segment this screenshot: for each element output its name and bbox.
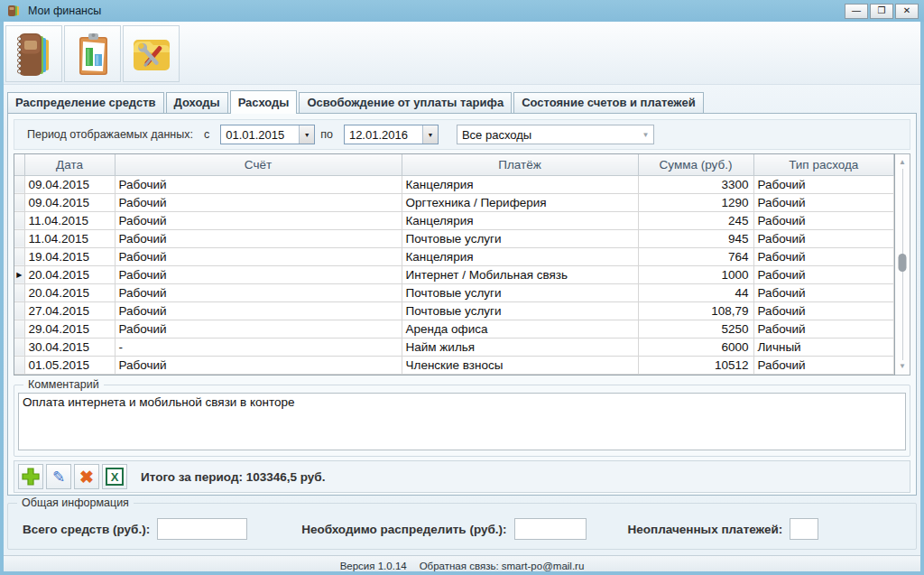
cell-account: Рабочий: [115, 229, 402, 247]
record-actions-bar: ✎ ✖ X Итого за период: 103346,5 руб.: [14, 460, 910, 493]
column-header-amount[interactable]: Сумма (руб.): [638, 154, 753, 175]
column-header-account[interactable]: Счёт: [115, 154, 402, 175]
cell-account: Рабочий: [115, 356, 402, 374]
table-row[interactable]: 09.04.2015 Рабочий Канцелярия 3300 Рабоч…: [14, 175, 894, 193]
table-row[interactable]: 29.04.2015 Рабочий Аренда офиса 5250 Раб…: [14, 320, 894, 338]
report-clipboard-icon: [70, 31, 116, 78]
row-selector-marker: [14, 356, 24, 374]
cell-payment: Канцелярия: [402, 175, 638, 193]
maximize-button[interactable]: ❐: [870, 4, 893, 19]
tab-dokhody[interactable]: Доходы: [166, 92, 228, 113]
table-row[interactable]: 11.04.2015 Рабочий Канцелярия 245 Рабочи…: [14, 211, 894, 229]
table-row[interactable]: 09.04.2015 Рабочий Оргтехника / Перифери…: [14, 193, 894, 211]
edit-record-button[interactable]: ✎: [46, 464, 71, 489]
cell-type: Рабочий: [753, 175, 894, 193]
column-header-payment[interactable]: Платёж: [402, 154, 638, 175]
table-row[interactable]: 19.04.2015 Рабочий Канцелярия 764 Рабочи…: [14, 247, 894, 265]
scrollbar-thumb[interactable]: [899, 254, 907, 272]
client-area: Распределение средств Доходы Расходы Осв…: [4, 22, 920, 571]
period-filter-panel: Период отображаемых данных: с 01.01.2015…: [14, 119, 910, 150]
close-button[interactable]: ✕: [895, 4, 919, 19]
app-logo-icon: [7, 5, 22, 17]
table-row[interactable]: 01.05.2015 Рабочий Членские взносы 10512…: [14, 356, 894, 374]
tab-raspredelenie-sredstv[interactable]: Распределение средств: [7, 92, 164, 113]
cell-payment: Почтовые услуги: [402, 229, 638, 247]
settings-button[interactable]: [123, 25, 180, 82]
cell-type: Рабочий: [753, 265, 894, 283]
excel-export-icon: X: [106, 468, 124, 486]
cell-amount: 3300: [638, 175, 753, 193]
general-info-label: Общая информация: [17, 496, 134, 509]
date-from-picker[interactable]: 01.01.2015 ▼: [220, 125, 315, 144]
to-distribute-input[interactable]: [514, 518, 587, 540]
row-selector-marker: [14, 283, 24, 301]
cell-type: Рабочий: [753, 229, 894, 247]
add-record-button[interactable]: [18, 464, 43, 489]
cell-type: Рабочий: [753, 211, 894, 229]
row-selector-marker: [14, 247, 24, 265]
tab-raskhody[interactable]: Расходы: [230, 90, 298, 114]
unpaid-payments-label: Неоплаченных платежей:: [628, 523, 783, 536]
minimize-button[interactable]: —: [845, 4, 868, 19]
report-button[interactable]: [64, 25, 121, 82]
table-row[interactable]: 30.04.2015 - Найм жилья 6000 Личный: [14, 338, 894, 356]
chevron-down-icon[interactable]: ▼: [299, 125, 314, 144]
cell-account: Рабочий: [115, 211, 402, 229]
row-selector-marker: [14, 320, 24, 338]
chevron-down-icon[interactable]: ▼: [422, 125, 438, 144]
scroll-down-icon[interactable]: ▼: [895, 360, 910, 373]
cell-account: Рабочий: [115, 283, 402, 301]
cell-date: 01.05.2015: [24, 356, 115, 374]
cell-type: Личный: [753, 338, 894, 356]
main-toolbar: [4, 22, 920, 85]
date-from-value: 01.01.2015: [221, 125, 299, 144]
cell-date: 09.04.2015: [24, 193, 115, 211]
cell-date: 20.04.2015: [24, 265, 115, 283]
journal-button[interactable]: [5, 25, 62, 82]
cell-date: 19.04.2015: [24, 247, 115, 265]
cell-type: Рабочий: [753, 247, 894, 265]
cell-type: Рабочий: [753, 301, 894, 320]
cell-type: Рабочий: [753, 356, 894, 374]
expenses-tab-page: Период отображаемых данных: с 01.01.2015…: [7, 113, 917, 496]
tab-sostoyanie-schetov[interactable]: Состояние счетов и платежей: [513, 92, 704, 113]
delete-record-button[interactable]: ✖: [74, 464, 99, 489]
column-header-type[interactable]: Тип расхода: [753, 154, 894, 175]
table-row[interactable]: 27.04.2015 Рабочий Почтовые услуги 108,7…: [14, 301, 894, 320]
row-selector-marker: [14, 211, 24, 229]
export-excel-button[interactable]: X: [102, 464, 127, 489]
table-vertical-scrollbar[interactable]: ▲ ▼: [895, 153, 910, 376]
cell-amount: 1290: [638, 193, 753, 211]
expense-category-select[interactable]: Все расходы ▼: [457, 125, 654, 144]
unpaid-payments-input[interactable]: [790, 518, 818, 540]
table-row[interactable]: ▶ 20.04.2015 Рабочий Интернет / Мобильна…: [14, 265, 894, 283]
row-selector-marker: [14, 338, 24, 356]
cell-account: Рабочий: [115, 301, 402, 320]
expenses-grid-zone: Дата Счёт Платёж Сумма (руб.) Тип расход…: [14, 153, 910, 376]
date-to-picker[interactable]: 12.01.2016 ▼: [344, 125, 439, 144]
tab-osvobozhdenie[interactable]: Освобождение от уплаты тарифа: [299, 92, 512, 113]
table-row[interactable]: 11.04.2015 Рабочий Почтовые услуги 945 Р…: [14, 229, 894, 247]
add-plus-icon: [21, 467, 41, 487]
window-title: Мои финансы: [28, 5, 101, 17]
row-selector-marker: [14, 229, 24, 247]
table-header-row: Дата Счёт Платёж Сумма (руб.) Тип расход…: [14, 154, 894, 175]
chevron-down-icon: ▼: [638, 125, 653, 144]
cell-payment: Членские взносы: [402, 356, 638, 374]
feedback-text: Обратная связь: smart-po@mail.ru: [420, 561, 585, 571]
cell-date: 11.04.2015: [24, 211, 115, 229]
table-row[interactable]: 20.04.2015 Рабочий Почтовые услуги 44 Ра…: [14, 283, 894, 301]
cell-amount: 245: [638, 211, 753, 229]
comment-textarea[interactable]: Оплата интернета и мобильной связи в кон…: [18, 393, 906, 450]
column-header-date[interactable]: Дата: [24, 154, 115, 175]
cell-amount: 764: [638, 247, 753, 265]
total-funds-input[interactable]: [157, 518, 247, 540]
period-label: Период отображаемых данных:: [27, 128, 193, 141]
cell-payment: Оргтехника / Периферия: [402, 193, 638, 211]
period-total-text: Итого за период: 103346,5 руб.: [141, 470, 325, 484]
scroll-up-icon[interactable]: ▲: [895, 156, 910, 169]
cell-payment: Канцелярия: [402, 211, 638, 229]
cell-amount: 10512: [638, 356, 753, 374]
date-to-value: 12.01.2016: [345, 125, 422, 144]
cell-payment: Аренда офиса: [402, 320, 638, 338]
